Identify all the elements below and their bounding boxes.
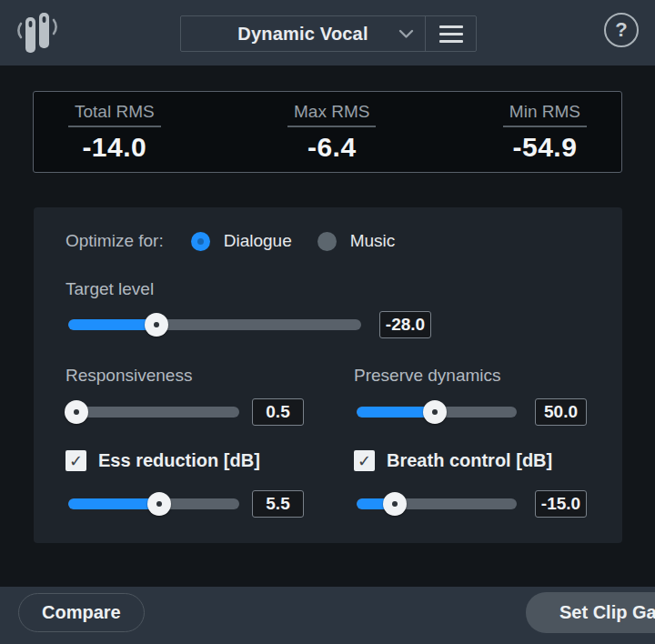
- top-bar: Dynamic Vocal ?: [0, 0, 655, 65]
- rms-meter-panel: Total RMS -14.0 Max RMS -6.4 Min RMS -54…: [33, 91, 622, 173]
- meter-label: Total RMS: [68, 102, 161, 127]
- meter-value: -6.4: [307, 132, 357, 163]
- preset-selector[interactable]: Dynamic Vocal: [181, 16, 425, 51]
- breath-control-checkbox[interactable]: [354, 450, 375, 471]
- hamburger-menu-icon: [439, 25, 463, 43]
- meter-label: Min RMS: [503, 102, 587, 127]
- leveler-plugin-window: Dynamic Vocal ? Total RMS: [0, 0, 655, 644]
- slider-track[interactable]: [357, 498, 517, 509]
- slider-track[interactable]: [68, 319, 361, 330]
- breath-control-slider[interactable]: [357, 492, 517, 516]
- radio-music[interactable]: [317, 232, 337, 251]
- breath-control-checkbox-row[interactable]: Breath control [dB]: [354, 450, 552, 471]
- ess-reduction-slider-thumb[interactable]: [147, 492, 171, 516]
- compare-button[interactable]: Compare: [18, 593, 145, 632]
- ess-reduction-label: Ess reduction [dB]: [98, 450, 260, 471]
- preset-control: Dynamic Vocal: [180, 15, 477, 52]
- preset-name: Dynamic Vocal: [237, 24, 368, 45]
- preserve-dynamics-slider-thumb[interactable]: [423, 400, 447, 424]
- responsiveness-slider[interactable]: [68, 400, 239, 424]
- radio-dialogue[interactable]: [191, 232, 210, 251]
- ess-reduction-value[interactable]: 5.5: [252, 490, 304, 518]
- radio-label-music: Music: [350, 231, 396, 251]
- preset-menu-button[interactable]: [426, 16, 476, 51]
- slider-fill: [68, 498, 159, 509]
- slider-fill: [68, 319, 156, 330]
- meter-label: Max RMS: [287, 102, 376, 127]
- breath-control-slider-thumb[interactable]: [383, 492, 407, 516]
- meter-min-rms: Min RMS -54.9: [503, 102, 587, 172]
- preserve-dynamics-slider[interactable]: [357, 400, 517, 424]
- ess-reduction-checkbox-row[interactable]: Ess reduction [dB]: [66, 450, 260, 471]
- slider-track[interactable]: [68, 407, 239, 418]
- ess-reduction-checkbox[interactable]: [66, 450, 86, 471]
- responsiveness-slider-thumb[interactable]: [65, 400, 88, 424]
- breath-control-label: Breath control [dB]: [387, 450, 552, 471]
- meter-max-rms: Max RMS -6.4: [287, 102, 376, 172]
- optimize-for-label: Optimize for:: [66, 231, 164, 251]
- bottom-bar: Compare Set Clip Ga: [0, 587, 655, 644]
- settings-panel: Optimize for: Dialogue Music Target leve…: [34, 207, 622, 543]
- main-area: Total RMS -14.0 Max RMS -6.4 Min RMS -54…: [0, 65, 655, 587]
- target-level-label: Target level: [66, 279, 154, 299]
- optimize-for-row: Optimize for: Dialogue Music: [66, 231, 420, 251]
- preserve-dynamics-value[interactable]: 50.0: [535, 398, 587, 426]
- meter-value: -14.0: [82, 132, 146, 163]
- radio-label-dialogue: Dialogue: [224, 231, 292, 251]
- responsiveness-label: Responsiveness: [66, 366, 192, 386]
- responsiveness-value[interactable]: 0.5: [252, 398, 304, 426]
- target-level-slider[interactable]: [68, 313, 361, 337]
- meter-value: -54.9: [512, 132, 577, 163]
- set-clip-gain-button[interactable]: Set Clip Ga: [526, 592, 655, 633]
- leveler-logo-icon: [15, 12, 60, 54]
- ess-reduction-slider[interactable]: [68, 492, 239, 516]
- breath-control-value[interactable]: -15.0: [535, 490, 587, 518]
- target-level-value[interactable]: -28.0: [379, 311, 431, 338]
- target-level-slider-thumb[interactable]: [145, 313, 168, 337]
- radio-option-dialogue[interactable]: Dialogue: [191, 231, 292, 251]
- help-icon: ?: [615, 18, 627, 42]
- preserve-dynamics-label: Preserve dynamics: [354, 366, 501, 386]
- chevron-down-icon: [398, 29, 414, 39]
- meter-total-rms: Total RMS -14.0: [68, 102, 161, 172]
- radio-option-music[interactable]: Music: [317, 231, 396, 251]
- help-button[interactable]: ?: [604, 13, 639, 47]
